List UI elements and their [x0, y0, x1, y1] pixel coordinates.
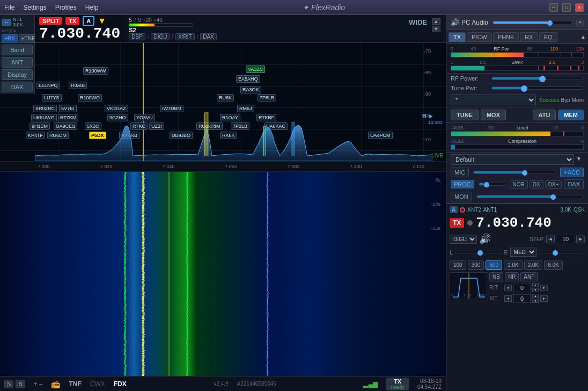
fdx-label[interactable]: FDX: [114, 380, 127, 388]
band-button[interactable]: Band: [2, 45, 33, 55]
filter-600[interactable]: 600: [486, 260, 502, 270]
proc-slider[interactable]: [479, 183, 505, 186]
panadapter[interactable]: -70 -80 -90 -100 -110 B ► 14.082: [0, 43, 446, 161]
maximize-button[interactable]: □: [562, 3, 571, 12]
pc-audio-slider[interactable]: [493, 21, 572, 24]
rit-decrease[interactable]: ◄: [504, 285, 512, 291]
rit-value[interactable]: 0: [513, 284, 531, 292]
tune-pwr-slider[interactable]: [491, 86, 584, 90]
nr-button[interactable]: NR: [505, 272, 519, 281]
rf-power-label: RF Power:: [451, 75, 488, 82]
close-button[interactable]: ✕: [575, 3, 584, 12]
display-button[interactable]: Display: [2, 69, 33, 80]
filter-1k[interactable]: 1.0K: [504, 260, 523, 270]
tab-eq[interactable]: EQ: [539, 32, 557, 42]
ant2-label[interactable]: ANT2: [467, 207, 481, 213]
zoom-minus[interactable]: –: [39, 380, 43, 388]
ant-button[interactable]: ANT: [2, 57, 33, 68]
dx-button[interactable]: DX: [530, 180, 543, 189]
xit-increase[interactable]: ►: [540, 295, 548, 302]
tune-pwr-row: Tune Pwr:: [446, 83, 588, 93]
wf-time-5s: -5s: [433, 177, 440, 183]
xit-value[interactable]: 0: [513, 294, 531, 303]
cwx-label[interactable]: CWX: [90, 380, 105, 388]
rit-down[interactable]: ▼: [532, 288, 539, 292]
radio-icon: 📻: [51, 380, 60, 388]
menu-file[interactable]: File: [4, 4, 14, 11]
titlebar: File Settings Profiles Help ✦ FlexRadio …: [0, 0, 588, 15]
b-button[interactable]: B: [16, 380, 25, 388]
proc-button[interactable]: PROC: [451, 180, 474, 189]
tune-pwr-label: Tune Pwr:: [451, 85, 488, 91]
step-down-btn[interactable]: ◄: [546, 235, 555, 243]
main-frequency[interactable]: 7.030.740: [39, 26, 120, 41]
xit-decrease[interactable]: ◄: [504, 295, 512, 302]
xcvr-volume-icon[interactable]: 🔊: [479, 233, 491, 245]
atu-button[interactable]: ATU: [533, 110, 556, 120]
panel-collapse-btn[interactable]: ✕: [576, 19, 584, 26]
dsp-btn[interactable]: DSP: [129, 33, 145, 40]
split-label: SPLIT: [39, 17, 62, 25]
mox-button[interactable]: MOX: [481, 110, 506, 120]
tab-phne[interactable]: PHNE: [493, 32, 519, 42]
anf-button[interactable]: ANF: [520, 272, 538, 281]
rf-power-section: 0 40 RF Pwr 80 100 120: [446, 44, 588, 59]
dax-btn[interactable]: DAX: [200, 33, 217, 40]
acc-button[interactable]: +ACC: [560, 168, 584, 177]
nor-button[interactable]: NOR: [510, 180, 528, 189]
zoom-plus[interactable]: +: [34, 380, 38, 388]
s-button[interactable]: S: [4, 380, 13, 388]
s-meter-value: S2: [129, 27, 217, 33]
step-up-btn[interactable]: ►: [576, 235, 585, 243]
tab-rx[interactable]: RX: [520, 32, 538, 42]
freq-tick-7080: 7.080: [288, 164, 300, 169]
rit-increase[interactable]: ►: [540, 285, 548, 291]
nb-row: NB NR ANF: [489, 272, 585, 281]
profile-select[interactable]: *: [451, 95, 536, 105]
minimize-button[interactable]: ─: [549, 3, 558, 12]
step-value[interactable]: 10: [556, 235, 575, 243]
filter-6k[interactable]: 6.0K: [544, 260, 563, 270]
mon-slider[interactable]: [476, 195, 584, 198]
rf-power-slider[interactable]: [491, 77, 584, 80]
med-select[interactable]: MED: [510, 248, 536, 257]
profile-dropdown-arrow[interactable]: ▼: [576, 156, 584, 163]
rx-button[interactable]: +RX: [2, 34, 18, 42]
menu-profiles[interactable]: Profiles: [55, 4, 77, 11]
digu-btn[interactable]: DIGU: [151, 33, 170, 40]
rit-up[interactable]: ▲: [532, 283, 539, 287]
tnf-label[interactable]: TNF: [69, 380, 81, 388]
xrit-btn[interactable]: X/RIT: [175, 33, 195, 40]
tab-pcw[interactable]: P/CW: [467, 32, 492, 42]
profile-dropdown[interactable]: Default: [451, 154, 574, 165]
filter-2k[interactable]: 2.0K: [524, 260, 543, 270]
med-slider[interactable]: [539, 251, 585, 254]
mon-button[interactable]: MON: [451, 192, 472, 201]
zoom-up[interactable]: ▲: [432, 18, 440, 25]
tune-button[interactable]: TUNE: [451, 110, 479, 120]
panel-arrow[interactable]: ▲: [580, 34, 586, 40]
xcvr-mode-select[interactable]: DIGU: [450, 235, 477, 244]
menu-settings[interactable]: Settings: [23, 4, 46, 11]
tab-tx[interactable]: TX: [449, 32, 466, 42]
xit-down[interactable]: ▼: [532, 299, 539, 303]
dxplus-button[interactable]: DX+: [545, 180, 562, 189]
xcvr-freq-row: TX 7.030.740: [450, 215, 585, 231]
filter-100[interactable]: 100: [450, 260, 466, 270]
filter-300[interactable]: 300: [468, 260, 484, 270]
arrow-button[interactable]: ←: [2, 19, 11, 26]
nb-button[interactable]: NB: [489, 272, 503, 281]
mic-slider[interactable]: [473, 171, 556, 174]
dax-sidebar-button[interactable]: DAX: [2, 82, 33, 92]
xit-up[interactable]: ▲: [532, 294, 539, 298]
waterfall[interactable]: -5s -10s -15s: [0, 172, 446, 376]
zoom-down[interactable]: ▼: [432, 26, 440, 32]
menu-help[interactable]: Help: [85, 4, 99, 11]
mem-button[interactable]: MEM: [558, 110, 584, 120]
mic-button[interactable]: MIC: [451, 168, 469, 177]
pan-slider[interactable]: [455, 251, 501, 254]
vfo-a-label[interactable]: A: [83, 16, 94, 26]
xcvr-indicator-dot[interactable]: [467, 220, 473, 226]
ant1-label[interactable]: ANT1: [483, 207, 497, 213]
dax-label-btn[interactable]: DAX: [564, 179, 584, 189]
